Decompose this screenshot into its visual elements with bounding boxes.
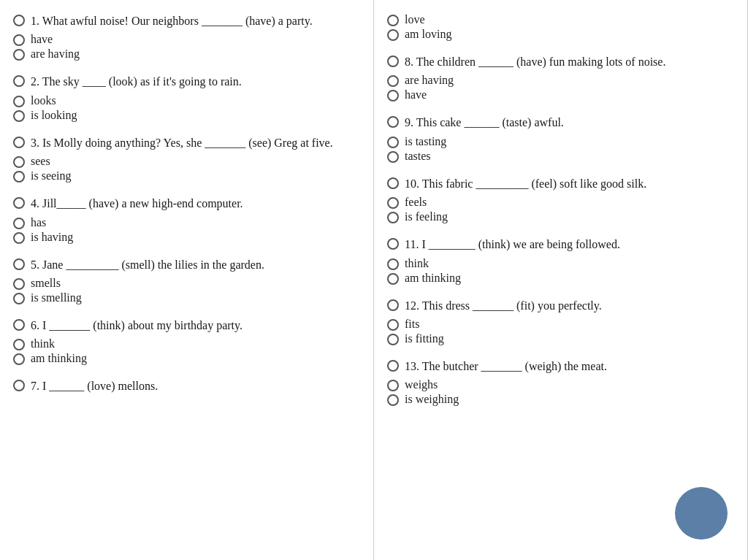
option-q8-2-text: have [405,88,427,101]
radio-icon-q6[interactable] [13,319,25,331]
option-q5-1-text: smells [31,277,61,290]
radio-icon-q1-opt1[interactable] [13,34,25,46]
radio-icon-q2-opt1[interactable] [13,96,25,107]
decorative-circle [675,487,728,540]
option-q4-2-text: is having [31,231,73,244]
question-9-label: 9. This cake ______ (taste) awful. [405,115,564,131]
option-q3-1-text: sees [31,155,50,168]
option-q1-1-text: have [31,33,53,46]
option-q13-1[interactable]: weighs [387,378,734,391]
option-q10-2[interactable]: is feeling [387,210,734,223]
radio-icon-q12[interactable] [387,299,399,311]
question-block-13: 13. The butcher _______ (weigh) the meat… [387,358,734,406]
radio-icon-q7[interactable] [13,380,25,391]
question-10-label: 10. This fabric _________ (feel) soft li… [405,176,646,192]
option-q10-1[interactable]: feels [387,196,734,209]
option-q7-1-text: love [405,13,425,26]
radio-icon-q12-opt1[interactable] [387,319,399,331]
radio-icon-q9-opt2[interactable] [387,151,399,163]
option-q10-2-text: is feeling [405,210,448,223]
option-q11-1-text: think [405,257,429,270]
radio-icon-q13[interactable] [387,360,399,372]
option-q2-1[interactable]: looks [13,94,360,107]
radio-icon-q1[interactable] [13,15,25,26]
option-q13-2-text: is weighing [405,393,459,406]
radio-icon-q4-opt2[interactable] [13,232,25,244]
option-q2-1-text: looks [31,94,56,107]
radio-icon-q13-opt1[interactable] [387,380,399,391]
radio-icon-q1-opt2[interactable] [13,49,25,61]
radio-icon-q12-opt2[interactable] [387,334,399,345]
radio-icon-q10[interactable] [387,177,399,189]
radio-icon-q9-opt1[interactable] [387,137,399,148]
question-3: 3. Is Molly doing anything? Yes, she ___… [13,135,360,151]
option-q8-1-text: are having [405,74,454,87]
option-q2-2[interactable]: is looking [13,109,360,122]
radio-icon-q3[interactable] [13,137,25,148]
radio-icon-q6-opt2[interactable] [13,353,25,365]
radio-icon-q8-opt1[interactable] [387,75,399,87]
option-q6-1[interactable]: think [13,337,360,350]
question-12: 12. This dress _______ (fit) you perfect… [387,298,734,314]
option-q11-2[interactable]: am thinking [387,272,734,285]
option-q11-1[interactable]: think [387,257,734,270]
option-q7-2[interactable]: am loving [387,28,734,41]
option-q8-2[interactable]: have [387,88,734,101]
radio-icon-q3-opt1[interactable] [13,156,25,168]
option-q10-1-text: feels [405,196,427,209]
option-q3-1[interactable]: sees [13,155,360,168]
radio-icon-q8[interactable] [387,55,399,67]
option-q13-2[interactable]: is weighing [387,393,734,406]
radio-icon-q5-opt2[interactable] [13,293,25,304]
option-q6-2-text: am thinking [31,352,87,365]
question-block-5: 5. Jane _________ (smell) the lilies in … [13,257,360,304]
radio-icon-q10-opt2[interactable] [387,212,399,223]
question-block-9: 9. This cake ______ (taste) awful. is ta… [387,115,734,162]
radio-icon-q4[interactable] [13,197,25,209]
radio-icon-q2-opt2[interactable] [13,110,25,122]
option-q8-1[interactable]: are having [387,74,734,87]
question-5: 5. Jane _________ (smell) the lilies in … [13,257,360,273]
question-block-2: 2. The sky ____ (look) as if it's going … [13,74,360,121]
option-q12-1[interactable]: fits [387,318,734,331]
question-12-label: 12. This dress _______ (fit) you perfect… [405,298,602,314]
option-q9-2-text: tastes [405,150,431,163]
option-q1-1[interactable]: have [13,33,360,46]
option-q7-1[interactable]: love [387,13,734,26]
radio-icon-q11[interactable] [387,238,399,250]
option-q4-2[interactable]: is having [13,231,360,244]
question-5-label: 5. Jane _________ (smell) the lilies in … [31,257,264,273]
radio-icon-q5-opt1[interactable] [13,278,25,290]
question-block-7: 7. I ______ (love) mellons. [13,378,360,394]
left-column: 1. What awful noise! Our neighbors _____… [0,0,374,560]
option-q9-1[interactable]: is tasting [387,135,734,148]
radio-icon-q3-opt2[interactable] [13,171,25,183]
option-q6-1-text: think [31,337,55,350]
question-8: 8. The children ______ (have) fun making… [387,54,734,70]
radio-icon-q11-opt1[interactable] [387,258,399,270]
option-q4-1[interactable]: has [13,216,360,229]
radio-icon-q13-opt2[interactable] [387,394,399,406]
option-q9-2[interactable]: tastes [387,150,734,163]
radio-icon-q6-opt1[interactable] [13,339,25,350]
right-column: love am loving 8. The children ______ (h… [374,0,748,560]
question-9: 9. This cake ______ (taste) awful. [387,115,734,131]
radio-icon-q7-opt2[interactable] [387,29,399,41]
option-q1-2[interactable]: are having [13,47,360,61]
option-q5-2[interactable]: is smelling [13,291,360,304]
radio-icon-q5[interactable] [13,258,25,270]
question-6-label: 6. I _______ (think) about my birthday p… [31,318,243,334]
option-q12-2[interactable]: is fitting [387,332,734,345]
radio-icon-q10-opt1[interactable] [387,197,399,209]
option-q2-2-text: is looking [31,109,77,122]
option-q3-2[interactable]: is seeing [13,169,360,183]
question-block-10: 10. This fabric _________ (feel) soft li… [387,176,734,223]
radio-icon-q8-opt2[interactable] [387,90,399,101]
radio-icon-q11-opt2[interactable] [387,273,399,285]
radio-icon-q4-opt1[interactable] [13,218,25,229]
radio-icon-q2[interactable] [13,75,25,87]
radio-icon-q9[interactable] [387,116,399,128]
option-q5-1[interactable]: smells [13,277,360,290]
radio-icon-q7-opt1[interactable] [387,15,399,26]
option-q6-2[interactable]: am thinking [13,352,360,365]
